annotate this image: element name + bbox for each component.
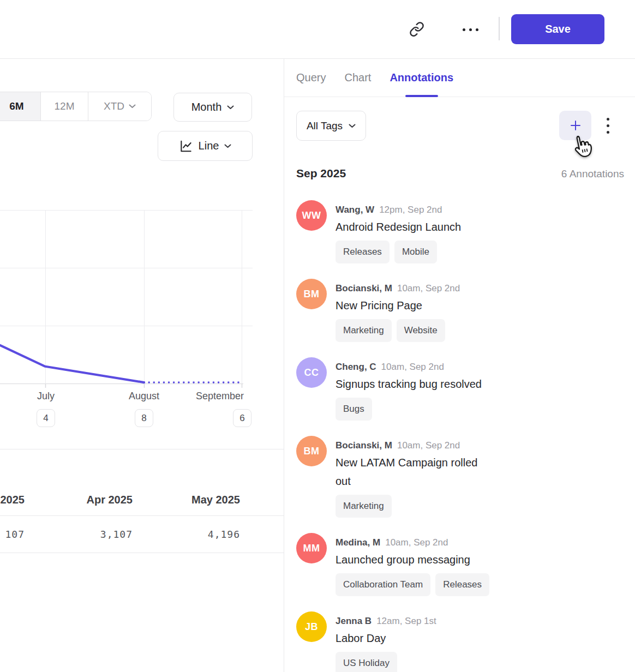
chevron-down-icon bbox=[224, 144, 231, 148]
summary-table: 2025 Apr 2025 May 2025 107 3,107 4,196 bbox=[0, 449, 284, 553]
add-annotation-button[interactable] bbox=[559, 111, 591, 140]
annotation-timestamp: 10am, Sep 2nd bbox=[385, 536, 448, 549]
range-xtd-label: XTD bbox=[104, 100, 124, 112]
share-link-button[interactable] bbox=[406, 20, 428, 39]
kebab-icon bbox=[607, 118, 609, 121]
annotations-panel: Query Chart Annotations All Tags bbox=[284, 59, 635, 672]
ellipsis-icon bbox=[463, 28, 478, 31]
date-range-segmented-control: 6M 12M XTD bbox=[0, 92, 152, 121]
range-xtd-button[interactable]: XTD bbox=[88, 92, 151, 121]
annotation-title: Android Redesign Launch bbox=[336, 218, 461, 236]
chart-type-dropdown[interactable]: Line bbox=[158, 131, 253, 161]
tab-annotations[interactable]: Annotations bbox=[390, 59, 453, 97]
tag-filter-dropdown[interactable]: All Tags bbox=[296, 111, 366, 141]
annotation-tag[interactable]: Bugs bbox=[336, 398, 372, 421]
more-options-button[interactable] bbox=[458, 21, 482, 38]
annotation-count-badge-august[interactable]: 8 bbox=[135, 409, 153, 427]
annotation-item[interactable]: BM Bocianski, M 10am, Sep 2nd New Pricin… bbox=[296, 279, 624, 342]
annotation-count-badge-september[interactable]: 6 bbox=[233, 409, 251, 427]
tag-filter-label: All Tags bbox=[307, 120, 343, 132]
annotation-tag[interactable]: Mobile bbox=[394, 241, 437, 263]
top-header: Save bbox=[0, 0, 635, 58]
chart-section: 6M 12M XTD Month Line bbox=[0, 59, 284, 672]
table-header-row: 2025 Apr 2025 May 2025 bbox=[0, 449, 240, 515]
avatar: WW bbox=[296, 200, 327, 231]
trend-line-solid bbox=[0, 345, 144, 382]
annotation-item[interactable]: MM Medina, M 10am, Sep 2nd Launched grou… bbox=[296, 533, 624, 596]
annotation-title: Signups tracking bug resolved bbox=[336, 375, 482, 393]
granularity-label: Month bbox=[191, 101, 222, 113]
annotation-count-badge-july[interactable]: 4 bbox=[37, 409, 55, 427]
table-value-cell: 107 bbox=[0, 529, 25, 540]
line-chart-icon bbox=[179, 139, 193, 153]
annotation-tag[interactable]: Marketing bbox=[336, 319, 392, 342]
annotation-title: Labor Day bbox=[336, 629, 436, 647]
annotation-author: Cheng, C bbox=[336, 361, 376, 374]
annotation-item[interactable]: CC Cheng, C 10am, Sep 2nd Signups tracki… bbox=[296, 357, 624, 421]
annotation-author: Bocianski, M bbox=[336, 439, 392, 452]
plus-icon bbox=[569, 119, 582, 132]
table-header-cell: May 2025 bbox=[133, 494, 240, 515]
avatar: JB bbox=[296, 611, 327, 642]
annotations-content: All Tags Sep 2025 6 Annotations bbox=[284, 97, 635, 672]
annotation-title: Launched group messaging bbox=[336, 550, 488, 569]
annotation-author: Jenna B bbox=[336, 615, 372, 628]
chart-type-label: Line bbox=[199, 140, 219, 152]
annotation-tag[interactable]: Collaboration Team bbox=[336, 573, 430, 596]
chevron-down-icon bbox=[349, 124, 356, 128]
annotation-timestamp: 12am, Sep 1st bbox=[376, 615, 436, 628]
annotation-author: Bocianski, M bbox=[336, 282, 392, 295]
chevron-down-icon bbox=[129, 104, 136, 109]
page: Save 6M 12M XTD Month Line bbox=[0, 0, 635, 672]
granularity-dropdown[interactable]: Month bbox=[173, 93, 252, 122]
annotation-author: Medina, M bbox=[336, 536, 380, 549]
annotation-title: New LATAM Campaign rolled out bbox=[336, 453, 488, 490]
table-value-cell: 3,107 bbox=[25, 529, 133, 540]
annotation-item[interactable]: JB Jenna B 12am, Sep 1st Labor Day US Ho… bbox=[296, 611, 624, 672]
x-axis-label-august: August bbox=[129, 391, 159, 402]
annotation-timestamp: 10am, Sep 2nd bbox=[381, 361, 444, 374]
group-month-heading: Sep 2025 bbox=[296, 167, 346, 180]
avatar: MM bbox=[296, 533, 327, 563]
range-12m-button[interactable]: 12M bbox=[40, 92, 88, 121]
header-divider bbox=[499, 17, 500, 40]
annotations-count: 6 Annotations bbox=[561, 168, 624, 180]
panel-tab-bar: Query Chart Annotations bbox=[284, 59, 635, 97]
x-axis-label-july: July bbox=[37, 391, 55, 402]
trend-line-chart[interactable] bbox=[0, 210, 253, 390]
annotation-tag[interactable]: Marketing bbox=[336, 495, 392, 518]
tab-query[interactable]: Query bbox=[296, 59, 326, 97]
annotation-item[interactable]: WW Wang, W 12pm, Sep 2nd Android Redesig… bbox=[296, 200, 624, 263]
table-header-cell: Apr 2025 bbox=[25, 494, 133, 515]
link-icon bbox=[409, 21, 424, 38]
annotations-controls: All Tags bbox=[296, 111, 624, 141]
avatar: CC bbox=[296, 357, 327, 388]
annotation-title: New Pricing Page bbox=[336, 296, 460, 315]
annotation-timestamp: 10am, Sep 2nd bbox=[397, 282, 460, 295]
annotations-list: WW Wang, W 12pm, Sep 2nd Android Redesig… bbox=[296, 200, 624, 672]
active-tab-underline bbox=[405, 95, 438, 97]
tab-chart[interactable]: Chart bbox=[344, 59, 371, 97]
chevron-down-icon bbox=[227, 105, 234, 110]
table-header-cell: 2025 bbox=[0, 494, 25, 515]
annotation-item[interactable]: BM Bocianski, M 10am, Sep 2nd New LATAM … bbox=[296, 436, 624, 518]
x-axis-label-september: September bbox=[196, 391, 244, 402]
table-border bbox=[0, 553, 284, 553]
avatar: BM bbox=[296, 436, 327, 466]
annotation-tag[interactable]: Releases bbox=[336, 241, 390, 263]
annotation-author: Wang, W bbox=[336, 203, 374, 217]
table-value-cell: 4,196 bbox=[133, 529, 240, 540]
annotation-tag[interactable]: Website bbox=[397, 319, 445, 342]
tab-annotations-label: Annotations bbox=[390, 71, 453, 84]
annotations-menu-button[interactable] bbox=[598, 111, 618, 140]
annotation-tag[interactable]: US Holiday bbox=[336, 652, 397, 672]
annotation-timestamp: 12pm, Sep 2nd bbox=[379, 203, 442, 217]
avatar: BM bbox=[296, 279, 327, 309]
annotations-group-header: Sep 2025 6 Annotations bbox=[296, 167, 624, 180]
annotation-timestamp: 10am, Sep 2nd bbox=[397, 439, 460, 452]
table-value-row: 107 3,107 4,196 bbox=[0, 516, 240, 553]
save-button[interactable]: Save bbox=[511, 14, 604, 44]
range-6m-button[interactable]: 6M bbox=[0, 92, 40, 121]
annotation-tag[interactable]: Releases bbox=[435, 573, 489, 596]
